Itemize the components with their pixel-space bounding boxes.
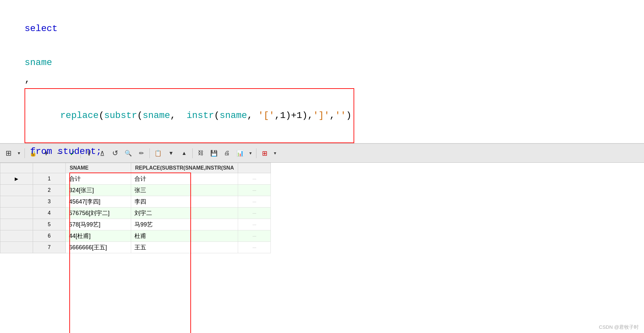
table-row: 2324[张三]张三··· bbox=[0, 185, 271, 196]
sname-cell: 576756[刘宇二] bbox=[66, 208, 131, 219]
row-num: 2 bbox=[33, 185, 66, 196]
replace-cell: 合计 bbox=[131, 173, 238, 185]
sname-cell: 45647[李四] bbox=[66, 196, 131, 208]
row-arrow-cell bbox=[0, 242, 33, 253]
row-num: 5 bbox=[33, 219, 66, 230]
results-table: SNAME REPLACE(SUBSTR(SNAME,INSTR(SNA ▶1合… bbox=[0, 163, 271, 253]
th-num bbox=[33, 163, 66, 173]
th-arrow bbox=[0, 163, 33, 173]
sname-cell: 578[马99艺] bbox=[66, 219, 131, 230]
sname-cell: 44[杜甫] bbox=[66, 230, 131, 242]
row-arrow-cell: ▶ bbox=[0, 173, 33, 185]
th-sname: SNAME bbox=[66, 163, 131, 173]
row-num: 3 bbox=[33, 196, 66, 208]
row-arrow-cell bbox=[0, 185, 33, 196]
function-highlight: replace(substr(sname, instr(sname, '[',1… bbox=[25, 88, 354, 143]
table-row: 345647[李四]李四··· bbox=[0, 196, 271, 208]
results-table-wrapper: SNAME REPLACE(SUBSTR(SNAME,INSTR(SNA ▶1合… bbox=[0, 163, 271, 253]
ellipsis-cell: ··· bbox=[238, 219, 271, 230]
results-area: SNAME REPLACE(SUBSTR(SNAME,INSTR(SNA ▶1合… bbox=[0, 163, 644, 333]
replace-func: replace bbox=[60, 110, 99, 121]
from-keyword: from student; bbox=[25, 146, 101, 157]
space1 bbox=[25, 41, 30, 51]
results-tbody: ▶1合计合计···2324[张三]张三···345647[李四]李四···457… bbox=[0, 173, 271, 253]
select-keyword: select bbox=[25, 24, 58, 34]
row-arrow-cell bbox=[0, 208, 33, 219]
sname-cell: 合计 bbox=[66, 173, 131, 185]
table-row: 76666666[王五]王五··· bbox=[0, 242, 271, 253]
sname-col: sname bbox=[25, 58, 52, 68]
code-editor[interactable]: select sname , replace(substr(sname, ins… bbox=[0, 0, 644, 144]
ellipsis-cell: ··· bbox=[238, 185, 271, 196]
ellipsis-cell: ··· bbox=[238, 242, 271, 253]
replace-cell: 王五 bbox=[131, 242, 238, 253]
sql-line: select sname , replace(substr(sname, ins… bbox=[3, 3, 641, 177]
table-header-row: SNAME REPLACE(SUBSTR(SNAME,INSTR(SNA bbox=[0, 163, 271, 173]
ellipsis-cell: ··· bbox=[238, 196, 271, 208]
sname-cell: 324[张三] bbox=[66, 185, 131, 196]
table-row: ▶1合计合计··· bbox=[0, 173, 271, 185]
row-arrow-cell bbox=[0, 230, 33, 242]
row-num: 1 bbox=[33, 173, 66, 185]
table-row: 644[杜甫]杜甫··· bbox=[0, 230, 271, 242]
ellipsis-cell: ··· bbox=[238, 230, 271, 242]
comma: , bbox=[25, 75, 30, 85]
sname-cell: 6666666[王五] bbox=[66, 242, 131, 253]
row-arrow-cell bbox=[0, 196, 33, 208]
row-arrow-cell bbox=[0, 219, 33, 230]
replace-cell: 杜甫 bbox=[131, 230, 238, 242]
replace-cell: 马99艺 bbox=[131, 219, 238, 230]
replace-cell: 刘宇二 bbox=[131, 208, 238, 219]
ellipsis-cell: ··· bbox=[238, 173, 271, 185]
ellipsis-cell: ··· bbox=[238, 208, 271, 219]
row-num: 4 bbox=[33, 208, 66, 219]
row-num: 6 bbox=[33, 230, 66, 242]
replace-cell: 李四 bbox=[131, 196, 238, 208]
table-row: 5578[马99艺]马99艺··· bbox=[0, 219, 271, 230]
row-num: 7 bbox=[33, 242, 66, 253]
watermark: CSDN @君牧子时 bbox=[599, 324, 639, 330]
replace-cell: 张三 bbox=[131, 185, 238, 196]
th-extra bbox=[238, 163, 271, 173]
table-row: 4576756[刘宇二]刘宇二··· bbox=[0, 208, 271, 219]
th-replace: REPLACE(SUBSTR(SNAME,INSTR(SNA bbox=[131, 163, 238, 173]
